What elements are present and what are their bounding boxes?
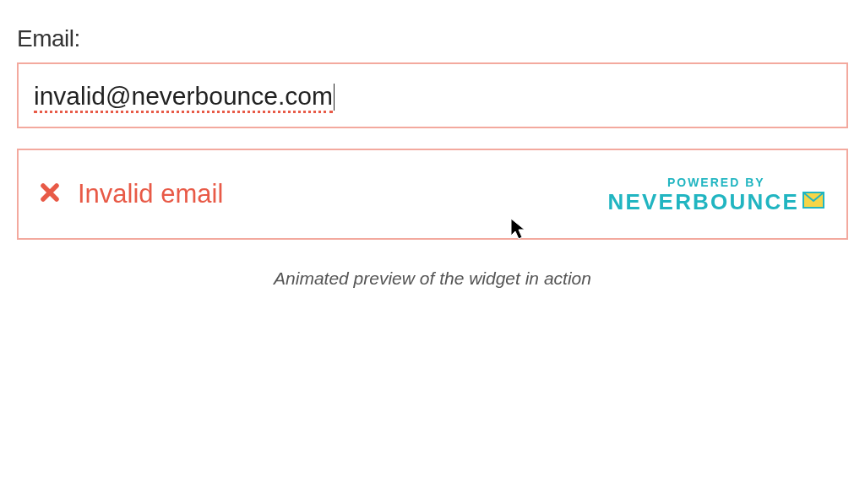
email-input-value: invalid@neverbounce.com xyxy=(34,84,333,113)
validation-left: Invalid email xyxy=(41,179,223,209)
validation-status-text: Invalid email xyxy=(78,179,223,209)
caption: Animated preview of the widget in action xyxy=(17,268,848,289)
text-cursor xyxy=(334,84,335,111)
x-icon xyxy=(41,182,59,208)
powered-by-text: POWERED BY xyxy=(608,176,824,188)
email-input[interactable]: invalid@neverbounce.com xyxy=(17,62,848,128)
brand-name: NEVERBOUNCE xyxy=(608,191,799,213)
brand-block: POWERED BY NEVERBOUNCE xyxy=(608,176,824,213)
envelope-check-icon xyxy=(802,192,824,211)
email-label: Email: xyxy=(17,25,848,52)
validation-message: Invalid email POWERED BY NEVERBOUNCE xyxy=(17,149,848,240)
